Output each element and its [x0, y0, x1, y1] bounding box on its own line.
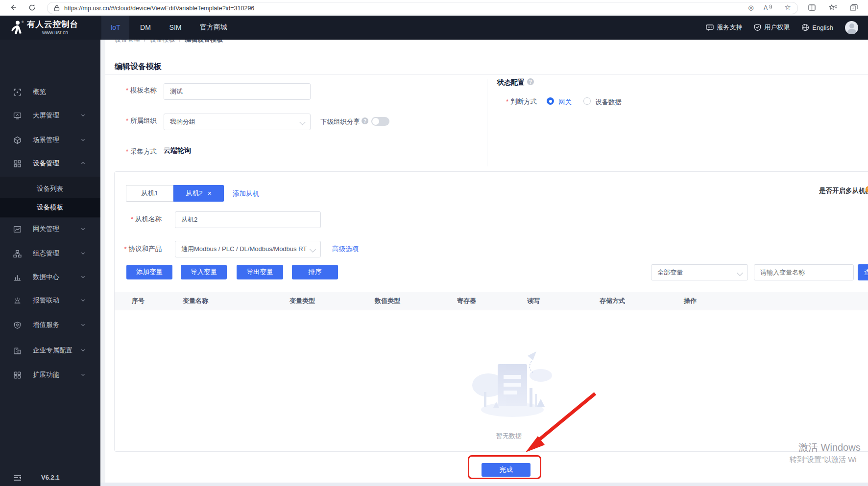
sidebar-item-device-list[interactable]: 设备列表 [0, 180, 100, 198]
four-squares-icon [13, 371, 22, 379]
slave-name-input-wrap [175, 211, 321, 228]
sidebar-submenu: 设备列表 设备模板 [0, 177, 100, 218]
navbar-right: 服务支持 用户权限 English [706, 15, 858, 40]
form-vertical-divider [487, 79, 487, 166]
split-screen-icon[interactable] [806, 2, 817, 13]
tab-slave2[interactable]: 从机2 × [173, 185, 224, 202]
browser-refresh-button[interactable] [26, 2, 37, 13]
read-aloud-icon[interactable]: A [762, 2, 773, 13]
add-variable-button[interactable]: 添加变量 [126, 265, 172, 279]
sidebar-item-data-center[interactable]: 数据中心 [0, 265, 100, 289]
globe-icon [801, 23, 809, 31]
table-header: 读写 [527, 292, 540, 310]
share-label: 下级组织分享 [320, 117, 360, 126]
table-header: 存储方式 [600, 292, 625, 310]
collect-value: 云端轮询 [164, 146, 191, 155]
version-label: V6.2.1 [41, 474, 60, 481]
done-button[interactable]: 完成 [482, 463, 530, 477]
building-icon [13, 347, 22, 355]
chevron-down-icon [80, 347, 86, 353]
service-support[interactable]: 服务支持 [706, 23, 742, 32]
sort-button[interactable]: 排序 [292, 265, 338, 279]
lock-icon [54, 5, 60, 11]
protocol-label: 协议和产品 [118, 245, 162, 254]
sidebar-item-overview[interactable]: 概览 [0, 80, 100, 104]
variable-search-wrap [754, 264, 854, 280]
table-header-row: 序号 变量名称 变量类型 数值类型 寄存器 读写 存储方式 操作 [115, 292, 868, 310]
advanced-options-link[interactable]: 高级选项 [332, 245, 359, 254]
title-divider [105, 74, 868, 75]
page-bottom-strip [100, 483, 868, 486]
chevron-down-icon [80, 113, 86, 118]
radio-device-data-label[interactable]: 设备数据 [595, 98, 622, 107]
empty-state-text: 暂无数据 [482, 432, 536, 440]
url-bar[interactable]: https://mp.usr.cn/#/cloud/device/ViewEdi… [47, 2, 798, 14]
logo-title[interactable]: 有人云控制台 [27, 19, 78, 30]
sidebar-item-alarm[interactable]: 报警联动 [0, 289, 100, 312]
variable-search-input[interactable] [754, 265, 853, 280]
nav-tab-mall[interactable]: 官方商城 [194, 15, 233, 40]
radio-gateway[interactable] [547, 97, 554, 105]
multi-slave-mode-label: 是否开启多从机模式 [819, 186, 868, 195]
sidebar-item-extensions[interactable]: 扩展功能 [0, 363, 100, 387]
radio-device-data[interactable] [583, 97, 591, 105]
svg-text:A: A [764, 4, 768, 11]
user-permissions[interactable]: 用户权限 [754, 23, 790, 32]
favorite-star-icon[interactable]: ☆ [782, 2, 793, 13]
table-header: 变量类型 [289, 292, 315, 310]
chat-icon [706, 24, 714, 31]
export-variable-button[interactable]: 导出变量 [237, 265, 283, 279]
sidebar-item-enterprise[interactable]: 企业专属配置 [0, 339, 100, 362]
sidebar-item-scene[interactable]: 场景管理 [0, 128, 100, 152]
variable-type-filter-select[interactable]: 全部变量 [651, 264, 748, 280]
gateway-chart-icon [13, 225, 22, 233]
logo-subtitle: www.usr.cn [27, 29, 83, 35]
browser-back-button[interactable] [8, 2, 19, 13]
gem-shield-icon [13, 321, 22, 329]
status-help-icon[interactable]: ? [527, 78, 534, 85]
favorites-bar-icon[interactable] [828, 2, 839, 13]
search-button[interactable]: 查询 [858, 264, 868, 280]
nav-tab-iot[interactable]: IoT [101, 15, 129, 40]
chevron-down-icon [80, 226, 86, 232]
sidebar-item-scada[interactable]: 组态管理 [0, 242, 100, 265]
chevron-down-icon [80, 137, 86, 143]
table-header: 数值类型 [375, 292, 400, 310]
import-variable-button[interactable]: 导入变量 [181, 265, 227, 279]
send-to-device-icon[interactable]: ◎ [746, 2, 756, 13]
organization-label: 所属组织 [113, 116, 157, 125]
add-slave-link[interactable]: 添加从机 [233, 189, 259, 198]
collapse-sidebar-icon[interactable] [14, 474, 22, 481]
cube-icon [13, 136, 22, 144]
protocol-select[interactable]: 通用Modbus / PLC / DL/Modbus/Modbus RT [175, 241, 321, 257]
collections-icon[interactable] [848, 2, 859, 13]
activate-windows-watermark: 激活 Windows [798, 441, 861, 454]
page-title: 编辑设备模板 [115, 62, 162, 72]
app-root: 设备管理/设备模板/编辑设备模板 编辑设备模板 模板名称 所属组织 我的分组 下… [0, 0, 868, 486]
slave-name-input[interactable] [175, 212, 320, 228]
tab-slave1[interactable]: 从机1 [126, 185, 173, 202]
language-switch[interactable]: English [801, 23, 833, 31]
table-header: 序号 [132, 292, 145, 310]
sidebar-item-bigscreen[interactable]: 大屏管理 [0, 104, 100, 127]
radio-gateway-label[interactable]: 网关 [558, 98, 572, 107]
template-name-input[interactable] [164, 84, 310, 99]
nav-tab-dm[interactable]: DM [133, 15, 158, 40]
user-avatar[interactable] [845, 21, 858, 34]
share-toggle[interactable] [371, 117, 389, 126]
judge-method-label: 判断方式 [495, 97, 537, 106]
share-help-icon[interactable]: ? [362, 117, 368, 124]
close-icon[interactable]: × [208, 189, 212, 197]
sidebar-item-gateway[interactable]: 网关管理 [0, 217, 100, 241]
organization-select[interactable]: 我的分组 [164, 114, 311, 130]
sidebar-item-vas[interactable]: 增值服务 [0, 313, 100, 337]
nav-tab-sim[interactable]: SIM [163, 15, 188, 40]
chevron-up-icon [80, 161, 86, 166]
chevron-down-icon [80, 372, 86, 378]
sidebar-footer: V6.2.1 [0, 473, 100, 486]
sidebar-item-device[interactable]: 设备管理 [0, 152, 100, 175]
sidebar-item-device-template[interactable]: 设备模板 [0, 198, 100, 217]
protocol-value: 通用Modbus / PLC / DL/Modbus/Modbus RT [181, 245, 307, 254]
usr-logo-icon[interactable]: ® [8, 20, 25, 36]
device-grid-icon [13, 160, 22, 168]
